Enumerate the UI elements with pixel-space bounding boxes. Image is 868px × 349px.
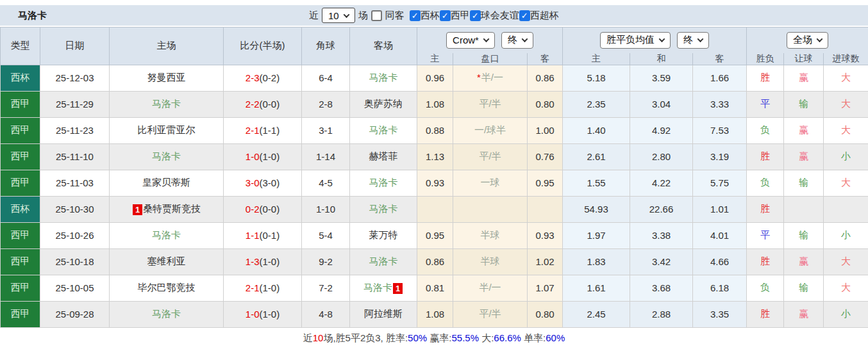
euro-away-odds-cell: 7.53	[693, 117, 747, 143]
chevron-down-icon	[521, 36, 528, 42]
bookmaker-select[interactable]: Crow*	[446, 32, 495, 49]
away-team-cell: 阿拉维斯	[350, 301, 417, 327]
corner-cell: 4-5	[302, 170, 350, 196]
league-checkbox-2[interactable]	[440, 10, 451, 21]
euro-home-odds-cell: 2.61	[563, 143, 630, 170]
result-header-group: 全场	[747, 28, 868, 53]
euro-away-odds-cell: 4.01	[693, 222, 747, 248]
home-team-name: 马洛卡	[152, 150, 181, 161]
league-checkbox-3[interactable]	[470, 10, 481, 21]
sub-header-asia-away: 客	[528, 53, 563, 65]
result-cell: 负	[747, 117, 784, 143]
result-cell: 负	[747, 170, 784, 196]
away-team-cell: 莱万特	[350, 222, 417, 248]
match-type-cell: 西甲	[1, 91, 40, 117]
date-cell: 25-11-10	[40, 143, 110, 170]
summary-segment: 10	[313, 332, 324, 345]
half-score: (3-0)	[260, 177, 280, 188]
sub-header-euro-home: 主	[563, 53, 630, 65]
handicap-cell	[453, 196, 528, 222]
sub-header-goals: 进球数	[824, 53, 868, 65]
scope-select[interactable]: 全场	[787, 32, 828, 49]
col-header-away: 客场	[350, 28, 417, 65]
date-cell: 25-10-05	[40, 275, 110, 301]
home-team-name: 马洛卡	[152, 229, 181, 240]
asia-away-odds-cell: 0.93	[528, 222, 563, 248]
asia-away-odds-cell	[528, 196, 563, 222]
score-cell: 1-0(1-0)	[224, 143, 302, 170]
away-team-cell: 赫塔菲	[350, 143, 417, 170]
away-team-name: 马洛卡	[369, 177, 398, 188]
col-header-date: 日期	[40, 28, 110, 65]
same-venue-checkbox[interactable]	[371, 10, 382, 21]
league-checkbox-1[interactable]	[410, 10, 421, 21]
euro-draw-odds-cell: 3.42	[630, 248, 693, 275]
euro-odds-time-select[interactable]: 终	[677, 32, 709, 49]
match-type-cell: 西甲	[1, 301, 40, 327]
full-score: 2-1	[246, 282, 260, 293]
corner-cell: 4-8	[302, 301, 350, 327]
asia-away-odds-cell: 0.80	[528, 91, 563, 117]
half-score: (0-1)	[260, 230, 280, 241]
handicap-cell: 平/半	[453, 301, 528, 327]
league-checkbox-4[interactable]	[519, 10, 530, 21]
away-team-cell: 马洛卡	[350, 248, 417, 275]
asia-away-odds-cell: 0.95	[528, 170, 563, 196]
half-score: (0-0)	[260, 204, 280, 215]
home-team-name: 皇家贝蒂斯	[142, 177, 190, 188]
asia-away-odds-cell: 1.07	[528, 275, 563, 301]
home-team-cell: 比利亚雷亚尔	[110, 117, 224, 143]
date-cell: 25-09-28	[40, 301, 110, 327]
corner-cell: 1-14	[302, 143, 350, 170]
home-team-cell: 马洛卡	[110, 222, 224, 248]
result-cell: 胜	[747, 143, 784, 170]
result-cell: 负	[747, 275, 784, 301]
sub-header-euro-draw: 和	[630, 53, 693, 65]
red-card-badge: 1	[133, 204, 142, 215]
euro-away-odds-cell: 3.35	[693, 301, 747, 327]
summary-segment: 场,胜5平2负3, 胜率:	[323, 332, 408, 345]
home-team-name: 马洛卡	[152, 308, 181, 319]
summary-segment: 66.6%	[494, 332, 521, 345]
home-team-cell: 马洛卡	[110, 301, 224, 327]
half-score: (0-0)	[260, 99, 280, 110]
score-cell: 3-0(3-0)	[224, 170, 302, 196]
match-row: 西甲25-10-05毕尔巴鄂竞技2-1(1-0)7-2马洛卡10.81半/一1.…	[1, 275, 868, 301]
half-score: (1-0)	[260, 309, 280, 320]
sub-header-handicap-result: 让球	[784, 53, 824, 65]
match-row: 西杯25-10-301桑特贾斯竞技0-2(0-0)1-10马洛卡54.9322.…	[1, 196, 868, 222]
asia-odds-time-select[interactable]: 终	[501, 32, 533, 49]
half-score: (0-2)	[260, 72, 280, 83]
match-row: 西甲25-11-29马洛卡2-2(0-0)2-8奥萨苏纳1.08平/半0.802…	[1, 91, 868, 117]
euro-company-select[interactable]: 胜平负均值	[600, 32, 671, 49]
asia-odds-header-group: Crow* 终	[417, 28, 563, 53]
star-icon: *	[477, 72, 481, 83]
home-team-name: 毕尔巴鄂竞技	[138, 282, 196, 293]
euro-home-odds-cell: 54.93	[563, 196, 630, 222]
result-cell: 胜	[747, 196, 784, 222]
away-team-name: 马洛卡	[369, 203, 398, 214]
full-score: 1-0	[246, 309, 260, 320]
euro-draw-odds-cell: 4.22	[630, 170, 693, 196]
league-checkbox-label: 西超杯	[530, 10, 559, 22]
red-card-badge: 1	[393, 283, 403, 294]
match-row: 西甲25-11-23比利亚雷亚尔2-1(1-1)3-1马洛卡0.88一/球半1.…	[1, 117, 868, 143]
summary-segment: 60%	[546, 332, 565, 345]
away-team-cell: 马洛卡	[350, 170, 417, 196]
euro-home-odds-cell: 2.35	[563, 91, 630, 117]
euro-home-odds-cell: 1.55	[563, 170, 630, 196]
euro-draw-odds-cell: 3.68	[630, 275, 693, 301]
euro-draw-odds-cell: 2.88	[630, 301, 693, 327]
away-team-cell: 马洛卡	[350, 117, 417, 143]
euro-draw-odds-cell: 3.04	[630, 91, 693, 117]
match-type-cell: 西甲	[1, 117, 40, 143]
recent-count-select[interactable]: 10	[322, 8, 355, 23]
col-header-type: 类型	[1, 28, 40, 65]
summary-segment: 赢率:	[427, 332, 451, 345]
home-team-cell: 努曼西亚	[110, 65, 224, 91]
handicap-result-cell: 赢	[784, 248, 824, 275]
match-history-table: 类型 日期 主场 比分(半场) 角球 客场 Crow* 终	[0, 27, 868, 328]
away-team-name: 阿拉维斯	[364, 308, 403, 319]
score-cell: 1-1(0-1)	[224, 222, 302, 248]
summary-segment: 50%	[408, 332, 427, 345]
